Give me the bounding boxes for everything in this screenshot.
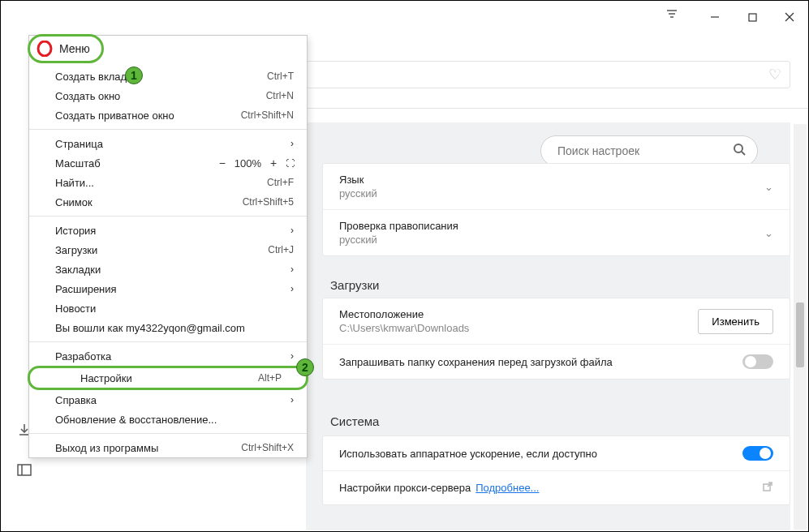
- menu-bookmarks[interactable]: Закладки ›: [29, 260, 307, 279]
- menu-signed-in[interactable]: Вы вошли как my4322yqon@gmail.com: [29, 318, 307, 337]
- menu-exit[interactable]: Выход из программы Ctrl+Shift+X: [29, 438, 307, 457]
- menu-update-recovery[interactable]: Обновление & восстановление...: [29, 410, 307, 429]
- settings-page: Язык русский ⌄ Проверка правописания рус…: [306, 122, 790, 530]
- opera-logo-icon: [37, 41, 53, 57]
- menu-settings[interactable]: Настройки Alt+P 2: [28, 366, 308, 390]
- download-location-value: C:\Users\kmwar\Downloads: [339, 322, 469, 334]
- menu-item-label: Настройки: [80, 372, 132, 384]
- heart-icon[interactable]: ♡: [768, 66, 781, 84]
- chevron-right-icon: ›: [290, 264, 294, 275]
- chevron-right-icon: ›: [290, 350, 294, 362]
- menu-item-shortcut: Ctrl+N: [266, 90, 294, 101]
- menu-item-shortcut: Ctrl+Shift+X: [241, 442, 294, 453]
- system-panel: Использовать аппаратное ускорение, если …: [322, 435, 790, 505]
- language-value: русский: [339, 187, 377, 200]
- zoom-value: 100%: [235, 157, 261, 169]
- chevron-down-icon: ⌄: [764, 227, 773, 239]
- external-link-icon: [762, 481, 773, 495]
- spellcheck-label: Проверка правописания: [339, 220, 458, 232]
- chevron-right-icon: ›: [290, 394, 294, 405]
- menu-downloads[interactable]: Загрузки Ctrl+J: [29, 240, 307, 260]
- settings-search-input[interactable]: [557, 144, 733, 157]
- menu-news[interactable]: Новости: [29, 298, 307, 318]
- menu-item-label: Масштаб: [55, 157, 101, 169]
- menu-item-shortcut: Alt+P: [258, 372, 282, 384]
- callout-badge-2: 2: [296, 358, 314, 376]
- menu-history[interactable]: История ›: [29, 221, 307, 240]
- settings-search[interactable]: [540, 135, 758, 166]
- menu-item-label: Новости: [55, 302, 96, 315]
- minimize-button[interactable]: [696, 1, 734, 33]
- address-bar[interactable]: ♡: [306, 61, 790, 88]
- menu-item-label: Загрузки: [55, 244, 97, 256]
- menu-item-shortcut: Ctrl+Shift+5: [243, 196, 294, 208]
- download-location-row: Местоположение C:\Users\kmwar\Downloads …: [323, 298, 790, 344]
- scrollbar[interactable]: [794, 124, 807, 530]
- menu-item-label: Выход из программы: [55, 442, 158, 454]
- menu-find[interactable]: Найти... Ctrl+F: [29, 173, 307, 192]
- menu-item-label: Создать окно: [55, 90, 120, 102]
- menu-item-label: Справка: [55, 394, 97, 406]
- menu-separator: [29, 433, 307, 434]
- sidebar-toggle-icon[interactable]: [17, 464, 32, 481]
- downloads-section-title: Загрузки: [330, 278, 379, 292]
- menu-item-label: История: [55, 225, 96, 237]
- zoom-in-button[interactable]: +: [268, 157, 279, 169]
- maximize-button[interactable]: [734, 1, 771, 33]
- menu-item-shortcut: Ctrl+F: [267, 177, 294, 188]
- menu-zoom: Масштаб − 100% + ⛶: [29, 153, 307, 173]
- download-ask-toggle[interactable]: [742, 354, 773, 369]
- menu-item-label: Расширения: [55, 283, 117, 295]
- language-panel: Язык русский ⌄ Проверка правописания рус…: [322, 163, 790, 256]
- close-button[interactable]: [771, 1, 808, 33]
- proxy-row[interactable]: Настройки прокси-сервера Подробнее...: [323, 470, 790, 504]
- download-ask-row[interactable]: Запрашивать папку сохранения перед загру…: [323, 344, 790, 379]
- search-icon: [733, 143, 746, 159]
- proxy-learn-more-link[interactable]: Подробнее...: [476, 482, 539, 494]
- hardware-accel-toggle[interactable]: [742, 446, 773, 461]
- menu-item-label: Обновление & восстановление...: [55, 414, 217, 426]
- menu-separator: [29, 216, 307, 217]
- toolbar-separator: [306, 108, 808, 109]
- menu-separator: [29, 129, 307, 130]
- menu-item-shortcut: Ctrl+Shift+N: [241, 109, 294, 121]
- menu-label: Меню: [59, 42, 90, 55]
- menu-item-label: Закладки: [55, 264, 101, 276]
- menu-separator: [29, 341, 307, 342]
- zoom-out-button[interactable]: −: [217, 157, 228, 169]
- menu-new-window[interactable]: Создать окно Ctrl+N: [29, 86, 307, 105]
- menu-page[interactable]: Страница ›: [29, 134, 307, 153]
- menu-extensions[interactable]: Расширения ›: [29, 279, 307, 298]
- language-row[interactable]: Язык русский ⌄: [323, 164, 790, 209]
- scroll-thumb[interactable]: [796, 302, 804, 367]
- window-controls: [696, 1, 808, 33]
- menu-snapshot[interactable]: Снимок Ctrl+Shift+5: [29, 192, 307, 212]
- menu-button[interactable]: Меню: [28, 34, 104, 63]
- opera-window: ♡ Язык русский ⌄: [0, 0, 809, 532]
- proxy-label: Настройки прокси-сервера: [339, 482, 471, 494]
- hardware-accel-label: Использовать аппаратное ускорение, если …: [339, 448, 597, 460]
- svg-rect-4: [749, 14, 756, 21]
- menu-item-label: Снимок: [55, 196, 93, 208]
- spellcheck-row[interactable]: Проверка правописания русский ⌄: [323, 209, 790, 255]
- menu-developer[interactable]: Разработка ›: [29, 346, 307, 366]
- menu-item-shortcut: Ctrl+J: [268, 244, 294, 255]
- chevron-right-icon: ›: [290, 225, 294, 236]
- svg-point-15: [38, 41, 51, 56]
- menu-new-tab[interactable]: Создать вкладку Ctrl+T: [29, 66, 307, 86]
- change-location-button[interactable]: Изменить: [698, 309, 773, 334]
- svg-line-12: [742, 152, 745, 155]
- fullscreen-icon[interactable]: ⛶: [286, 158, 294, 168]
- downloads-panel: Местоположение C:\Users\kmwar\Downloads …: [322, 298, 790, 380]
- download-ask-label: Запрашивать папку сохранения перед загру…: [339, 356, 613, 368]
- menu-new-private-window[interactable]: Создать приватное окно Ctrl+Shift+N: [29, 105, 307, 125]
- menu-item-label: Страница: [55, 138, 103, 150]
- chevron-right-icon: ›: [290, 138, 294, 149]
- menu-item-label: Создать приватное окно: [55, 109, 174, 122]
- menu-item-label: Разработка: [55, 350, 111, 363]
- menu-item-label: Найти...: [55, 177, 94, 189]
- menu-item-shortcut: Ctrl+T: [267, 71, 294, 82]
- menu-help[interactable]: Справка ›: [29, 390, 307, 410]
- customize-toolbar-icon[interactable]: [665, 9, 678, 24]
- hardware-accel-row[interactable]: Использовать аппаратное ускорение, если …: [323, 436, 790, 470]
